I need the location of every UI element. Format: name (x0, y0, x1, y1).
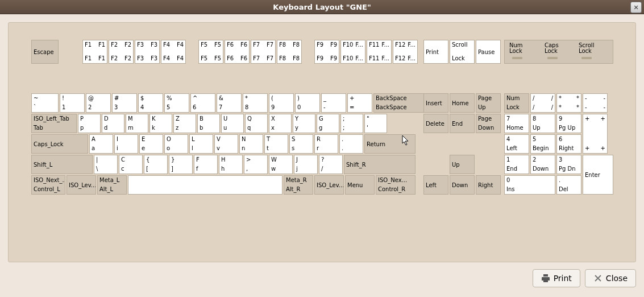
key-r2k13[interactable]: "' (364, 114, 387, 133)
key-backspace[interactable]: BackSpaceBackSpace (373, 93, 426, 113)
key-r2k6[interactable]: Bb (197, 114, 220, 133)
key-r2k12[interactable]: ;; (340, 114, 363, 133)
key-r3k5[interactable]: Ll (189, 134, 213, 154)
key-f7[interactable]: F7F7F7F7 (251, 40, 276, 64)
key-kp9[interactable]: 9Pg Up (556, 114, 581, 133)
key-r2k3[interactable]: Mm (126, 114, 148, 133)
key-r2k8[interactable]: Qq (245, 114, 268, 133)
key-r4k4[interactable]: }] (169, 155, 193, 174)
key-kp5[interactable]: 5Begin (530, 134, 555, 154)
close-button[interactable]: Close (585, 269, 636, 287)
key-home[interactable]: Home (450, 93, 475, 113)
key-arrow-right[interactable]: Right (476, 175, 501, 195)
key-arrow-left[interactable]: Left (423, 175, 448, 195)
key-r3k10[interactable]: Rr (314, 134, 338, 154)
key-f1[interactable]: F1F1F1F1 (82, 40, 107, 64)
key-kp0[interactable]: 0Ins (504, 175, 555, 195)
key-insert[interactable]: Insert (423, 93, 448, 113)
key-menu[interactable]: Menu (345, 175, 375, 195)
key-r2k2[interactable]: Dd (102, 114, 124, 133)
key-r3k7[interactable]: Nn (239, 134, 263, 154)
key-return[interactable]: Return (364, 134, 416, 154)
key-r3k6[interactable]: Vv (214, 134, 238, 154)
key-r3k8[interactable]: Tt (264, 134, 288, 154)
key-r1k5[interactable]: $4 (138, 93, 163, 113)
key-f5[interactable]: F5F5F5F5 (198, 40, 223, 64)
key-kp3[interactable]: 3Pg Dn (556, 155, 581, 174)
key-num-lock[interactable]: NumLock (504, 93, 529, 113)
key-escape[interactable]: Escape (31, 40, 59, 64)
key-arrow-down[interactable]: Down (450, 175, 475, 195)
key-r1k6[interactable]: %5 (164, 93, 189, 113)
key-f10[interactable]: F10F...F10F... (340, 40, 365, 64)
key-kp1[interactable]: 1End (504, 155, 529, 174)
key-r3k3[interactable]: Ee (139, 134, 163, 154)
key-r3k2[interactable]: Ii (114, 134, 138, 154)
key-space[interactable] (128, 175, 282, 195)
key-delete[interactable]: Delete (423, 114, 448, 133)
key-r1k8[interactable]: &7 (217, 93, 242, 113)
key-iso-level3-right[interactable]: ISO_Lev... (314, 175, 344, 195)
key-r1k2[interactable]: !1 (60, 93, 85, 113)
key-backtick[interactable]: ~` (31, 93, 59, 113)
key-f3[interactable]: F3F3F3F3 (135, 40, 160, 64)
key-kp-multiply[interactable]: **** (556, 93, 581, 113)
key-f8[interactable]: F8F8F8F8 (277, 40, 302, 64)
key-kp-add[interactable]: ++++ (583, 114, 608, 154)
key-r1k12[interactable]: _- (321, 93, 346, 113)
key-r1k3[interactable]: @2 (86, 93, 111, 113)
key-scroll-lock[interactable]: ScrollLock (450, 40, 475, 64)
key-kp-divide[interactable]: //// (530, 93, 555, 113)
key-kp-decimal[interactable]: .Del (556, 175, 581, 195)
key-caps-lock[interactable]: Caps_Lock (31, 134, 88, 154)
key-f9[interactable]: F9F9F9F9 (314, 40, 339, 64)
key-r4k3[interactable]: {[ (144, 155, 168, 174)
key-r4k2[interactable]: Cc (119, 155, 143, 174)
key-r1k13[interactable]: += (347, 93, 372, 113)
titlebar[interactable]: Keyboard Layout "GNE" ✕ (0, 0, 644, 14)
key-r3k1[interactable]: Aa (89, 134, 113, 154)
key-kp-subtract[interactable]: ---- (583, 93, 608, 113)
key-kp-enter[interactable]: Enter (583, 155, 613, 195)
key-r3k4[interactable]: Oo (164, 134, 188, 154)
key-meta-left[interactable]: Meta_LAlt_L (97, 175, 127, 195)
key-r2k11[interactable]: Gg (317, 114, 339, 133)
key-kp6[interactable]: 6Right (556, 134, 581, 154)
key-f6[interactable]: F6F6F6F6 (225, 40, 250, 64)
key-r4k10[interactable]: ?/ (319, 155, 343, 174)
key-f11[interactable]: F11F...F11F... (367, 40, 392, 64)
key-page-up[interactable]: PageUp (476, 93, 501, 113)
key-control-left[interactable]: ISO_Next_...Control_L (31, 175, 65, 195)
key-meta-right[interactable]: Meta_RAlt_R (284, 175, 313, 195)
key-iso-level3-left[interactable]: ISO_Lev... (67, 175, 96, 195)
key-page-down[interactable]: PageDown (476, 114, 501, 133)
key-end[interactable]: End (450, 114, 475, 133)
key-f4[interactable]: F4F4F4F4 (161, 40, 186, 64)
key-shift-right[interactable]: Shift_R (344, 155, 416, 174)
key-r2k4[interactable]: Kk (149, 114, 172, 133)
key-r1k11[interactable]: )0 (295, 93, 320, 113)
key-pause[interactable]: Pause (476, 40, 501, 64)
key-r2k10[interactable]: Yy (293, 114, 315, 133)
key-r2k1[interactable]: Pp (78, 114, 101, 133)
key-kp2[interactable]: 2Down (530, 155, 555, 174)
print-button[interactable]: Print (533, 269, 580, 287)
key-r4k9[interactable]: Jj (294, 155, 318, 174)
key-shift-left[interactable]: Shift_L (31, 155, 93, 174)
key-r2k5[interactable]: Zz (173, 114, 196, 133)
key-control-right[interactable]: ISO_Nex...Control_R (376, 175, 416, 195)
key-tab[interactable]: ISO_Left_TabTab (31, 114, 77, 133)
key-r3k9[interactable]: Ss (289, 134, 313, 154)
key-r3k11[interactable]: .. (339, 134, 363, 154)
key-f12[interactable]: F12F...F12F... (393, 40, 418, 64)
key-r4k1[interactable]: |\ (94, 155, 118, 174)
key-r1k4[interactable]: #3 (112, 93, 137, 113)
close-icon[interactable]: ✕ (630, 2, 642, 13)
key-kp8[interactable]: 8Up (530, 114, 555, 133)
key-r2k7[interactable]: Uu (221, 114, 244, 133)
key-r4k8[interactable]: Ww (269, 155, 293, 174)
key-r4k6[interactable]: Hh (219, 155, 243, 174)
key-r1k10[interactable]: (9 (269, 93, 294, 113)
key-arrow-up[interactable]: Up (450, 155, 475, 174)
key-f2[interactable]: F2F2F2F2 (109, 40, 134, 64)
